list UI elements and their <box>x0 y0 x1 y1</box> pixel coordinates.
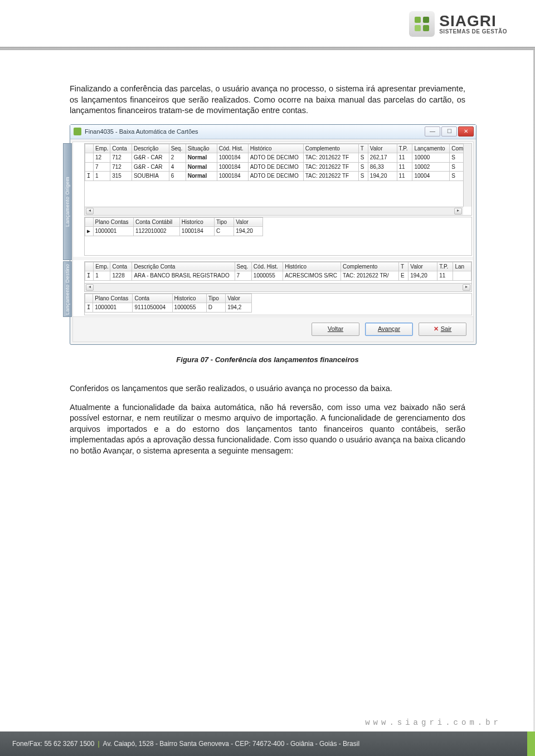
footer-address: Av. Caiapó, 1528 - Bairro Santa Genoveva… <box>103 740 359 748</box>
grid4-header-row: Plano Contas Conta Historico Tipo Valor <box>85 294 252 303</box>
page-footer: Fone/Fax: 55 62 3267 1500 | Av. Caiapó, … <box>0 731 535 756</box>
figure-caption: Figura 07 - Conferência dos lançamentos … <box>70 355 465 365</box>
close-button[interactable]: ✕ <box>458 126 474 136</box>
brand-name: SIAGRI <box>439 13 507 29</box>
brand-logo-icon <box>409 11 435 37</box>
panel-destino-label: Lançamento Destino <box>63 261 72 317</box>
brand-logo: SIAGRI SISTEMAS DE GESTÃO <box>409 11 507 37</box>
close-icon: ✕ <box>434 325 439 333</box>
svg-rect-3 <box>423 25 429 31</box>
paragraph-2: Conferidos os lançamentos que serão real… <box>70 383 465 394</box>
vertical-scrollbar[interactable] <box>463 144 471 207</box>
footer-phone: 55 62 3267 1500 <box>44 740 94 748</box>
grid-destino-main[interactable]: Emp. Conta Descrição Conta Seq. Cód. His… <box>84 261 472 292</box>
brand-tagline: SISTEMAS DE GESTÃO <box>439 29 507 35</box>
app-window: Finan4035 - Baixa Automática de Cartões … <box>70 124 476 345</box>
table-row[interactable]: 12 712 G&R - CAR 2 Normal 1000184 ADTO D… <box>85 153 471 163</box>
scroll-left-icon[interactable]: ◂ <box>86 208 94 214</box>
grid2-header-row: Plano Contas Conta Contábil Historico Ti… <box>85 217 263 227</box>
table-row[interactable]: I 1 1228 ARA - BANCO BRASIL REGISTRADO 7… <box>85 271 471 281</box>
grid-origem-main[interactable]: Emp. Conta Descrição Seq. Situação Cód. … <box>84 143 472 216</box>
document-body: Finalizando a conferência das parcelas, … <box>0 50 535 457</box>
svg-rect-1 <box>423 17 429 23</box>
svg-rect-0 <box>415 17 421 23</box>
table-row[interactable]: 7 712 G&R - CAR 4 Normal 1000184 ADTO DE… <box>85 162 471 172</box>
grid1-header-row: Emp. Conta Descrição Seq. Situação Cód. … <box>85 144 471 153</box>
grid3-header-row: Emp. Conta Descrição Conta Seq. Cód. His… <box>85 262 471 271</box>
window-titlebar: Finan4035 - Baixa Automática de Cartões … <box>70 125 476 139</box>
svg-rect-2 <box>415 25 421 31</box>
scroll-right-icon[interactable]: ▸ <box>463 284 470 291</box>
panel-origem: Lançamento Origem <box>73 143 473 256</box>
minimize-button[interactable]: ― <box>425 126 440 136</box>
exit-button[interactable]: ✕ Sair <box>419 323 466 336</box>
footer-phone-label: Fone/Fax: <box>12 740 42 748</box>
scroll-right-icon[interactable]: ▸ <box>454 208 462 214</box>
table-row[interactable]: I 1 315 SOUBHIA 6 Normal 1000184 ADTO DE… <box>85 172 471 181</box>
footer-accent <box>527 731 535 756</box>
grid-destino-sub[interactable]: Plano Contas Conta Historico Tipo Valor … <box>84 293 472 315</box>
app-icon <box>74 128 81 135</box>
scroll-left-icon[interactable]: ◂ <box>86 284 94 291</box>
window-title: Finan4035 - Baixa Automática de Cartões <box>85 128 198 136</box>
next-button[interactable]: Avançar <box>365 323 413 336</box>
button-bar: Voltar Avançar ✕ Sair <box>73 316 473 342</box>
paragraph-1: Finalizando a conferência das parcelas, … <box>70 84 465 116</box>
footer-separator: | <box>98 740 99 748</box>
paragraph-3: Atualmente a funcionalidade da baixa aut… <box>70 402 465 457</box>
page-header: SIAGRI SISTEMAS DE GESTÃO <box>0 0 535 50</box>
table-row[interactable]: ▶ 1000001 1122010002 1000184 C 194,20 <box>85 227 263 236</box>
panel-origem-label: Lançamento Origem <box>63 143 72 260</box>
panel-destino: Lançamento Destino <box>73 261 473 315</box>
website-url: www.siagri.com.br <box>365 718 502 727</box>
table-row[interactable]: I 1000001 9111050004 1000055 D 194,2 <box>85 303 252 313</box>
grid-origem-sub[interactable]: Plano Contas Conta Contábil Historico Ti… <box>84 217 472 256</box>
maximize-button[interactable]: ☐ <box>441 126 457 136</box>
back-button[interactable]: Voltar <box>312 323 359 336</box>
